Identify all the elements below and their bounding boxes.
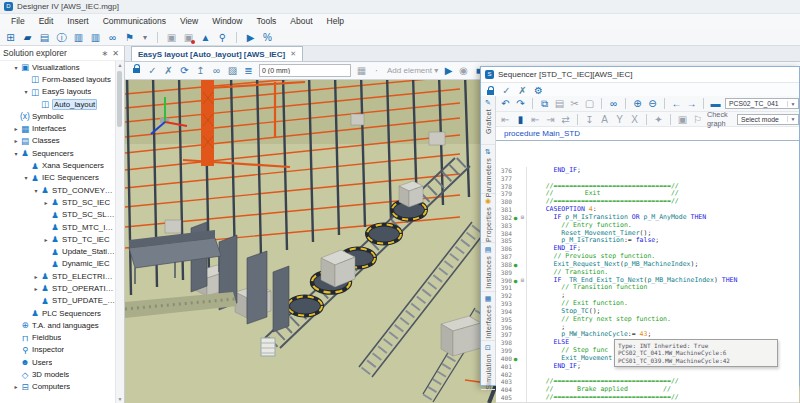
expand-icon[interactable]: ▸ xyxy=(12,125,20,132)
online-icon[interactable]: ▣ xyxy=(166,30,177,45)
breakpoint-gutter[interactable] xyxy=(512,363,519,371)
sidebar-item-computers[interactable]: ▸⊟Computers xyxy=(0,381,116,393)
breakpoint-icon[interactable]: ● xyxy=(512,355,519,363)
line-number[interactable]: 379 xyxy=(496,190,512,198)
scroll-down-icon[interactable]: ▼ xyxy=(116,395,124,403)
sidebar-item-std-operation-pane[interactable]: ▸♟STD_OPERATION_PANE... xyxy=(0,282,116,294)
sidebar-item-xana-sequencers[interactable]: ♟Xana Sequencers xyxy=(0,159,116,171)
tab-properties[interactable]: ◉Properties xyxy=(481,194,495,243)
close-icon[interactable]: ✕ xyxy=(110,49,121,58)
fold-gutter[interactable] xyxy=(519,324,527,332)
fold-gutter[interactable] xyxy=(519,245,527,253)
add-element-button[interactable]: Add element ▾ xyxy=(387,66,438,75)
fold-gutter[interactable] xyxy=(519,339,527,347)
delete-icon[interactable]: ▢ xyxy=(584,96,595,111)
line-number[interactable]: 377 xyxy=(496,175,512,183)
line-number[interactable]: 391 xyxy=(496,284,512,292)
sidebar-item-form-based-layouts[interactable]: ◫Form-based layouts xyxy=(0,73,116,85)
align-a-icon[interactable]: A xyxy=(599,112,610,127)
folder-icon[interactable]: ▮ xyxy=(515,112,526,127)
collapse-icon[interactable]: ▾ xyxy=(22,174,30,181)
fold-gutter[interactable] xyxy=(519,347,527,355)
fold-gutter[interactable] xyxy=(519,167,527,175)
tab-grafcet[interactable]: ✎Grafcet xyxy=(481,96,495,145)
swap-icon[interactable]: ⇄ xyxy=(560,112,571,127)
eye-icon[interactable]: ◉ xyxy=(458,63,469,78)
expand-icon[interactable]: ▸ xyxy=(42,199,50,206)
breakpoint-gutter[interactable] xyxy=(512,324,519,332)
line-number[interactable]: 390 xyxy=(496,277,512,285)
sidebar-item-interfaces[interactable]: ▸▦Interfaces xyxy=(0,122,116,134)
fold-gutter[interactable] xyxy=(519,331,527,339)
sidebar-item-sequencers[interactable]: ▾♟Sequencers xyxy=(0,147,116,159)
sidebar-item-fieldbus[interactable]: ⊓Fieldbus xyxy=(0,332,116,344)
fold-gutter[interactable] xyxy=(519,371,527,379)
block-selector-combo[interactable]: PCS02_TC_041 ▼ xyxy=(725,98,799,109)
tab-interfaces[interactable]: ▦Interfaces xyxy=(481,292,495,341)
find-icon[interactable]: ∞ xyxy=(608,96,619,111)
line-number[interactable]: 392 xyxy=(496,292,512,300)
sidebar-item-std-tc-iec[interactable]: ▸♟STD_TC_IEC xyxy=(0,233,116,245)
fold-gutter[interactable] xyxy=(519,394,527,402)
collapse-icon[interactable]: ▾ xyxy=(22,88,30,95)
nav-back-icon[interactable]: ← xyxy=(671,96,682,111)
flag-icon[interactable]: ⚐ xyxy=(692,112,703,127)
step-first-icon[interactable]: ⇤ xyxy=(500,112,511,127)
scrollbar-thumb[interactable] xyxy=(117,71,122,127)
breakpoint-gutter[interactable] xyxy=(512,386,519,394)
breakpoint-gutter[interactable] xyxy=(512,230,519,238)
expand-icon[interactable]: ▸ xyxy=(32,273,40,280)
layers-icon[interactable]: ≣ xyxy=(243,63,254,78)
breakpoint-gutter[interactable] xyxy=(512,245,519,253)
scroll-up-icon[interactable]: ▲ xyxy=(116,61,124,69)
sidebar-item-easys-layouts[interactable]: ▾◫EasyS layouts xyxy=(0,86,116,98)
line-number[interactable]: 381 xyxy=(496,206,512,214)
breakpoint-gutter[interactable] xyxy=(512,308,519,316)
breakpoint-gutter[interactable] xyxy=(512,300,519,308)
fold-gutter[interactable] xyxy=(519,363,527,371)
check-icon[interactable]: ✓ xyxy=(147,63,158,78)
image-icon[interactable]: ▨ xyxy=(227,63,238,78)
breakpoint-gutter[interactable] xyxy=(512,347,519,355)
fold-gutter[interactable] xyxy=(519,308,527,316)
frame-icon[interactable]: ▣ xyxy=(677,112,688,127)
collapse-icon[interactable]: ▾ xyxy=(12,64,20,71)
branch-y-icon[interactable]: Y xyxy=(614,112,625,127)
sidebar-item-std-electrical-cab[interactable]: ▸♟STD_ELECTRICAL_CABI... xyxy=(0,270,116,282)
line-number[interactable]: 388 xyxy=(496,261,512,269)
sidebar-item-std-sc-iec[interactable]: ▸♟STD_SC_IEC xyxy=(0,196,116,208)
line-number[interactable]: 394 xyxy=(496,308,512,316)
cancel-icon[interactable]: ✗ xyxy=(163,63,174,78)
breakpoint-gutter[interactable] xyxy=(512,198,519,206)
line-number[interactable]: 378 xyxy=(496,183,512,191)
grid-icon[interactable]: ▦ xyxy=(356,63,367,78)
paste-icon[interactable]: ▤ xyxy=(554,96,565,111)
fold-gutter[interactable] xyxy=(519,355,527,363)
breakpoint-gutter[interactable] xyxy=(512,339,519,347)
sidebar-item-visualizations[interactable]: ▾▣Visualizations xyxy=(0,61,116,73)
link-icon[interactable]: ∞ xyxy=(211,63,222,78)
more-dot-icon[interactable]: · xyxy=(371,63,382,78)
expand-icon[interactable]: ▸ xyxy=(12,383,20,390)
line-number[interactable]: 401 xyxy=(496,363,512,371)
monitor-search-icon[interactable]: ⚲ xyxy=(217,30,228,45)
line-number[interactable]: 400 xyxy=(496,355,512,363)
line-number[interactable]: 389 xyxy=(496,269,512,277)
menu-communications[interactable]: Communications xyxy=(96,14,173,29)
fold-gutter[interactable] xyxy=(519,378,527,386)
save-card-icon[interactable]: ▤ xyxy=(39,30,50,45)
window-layout-icon[interactable]: ▥ xyxy=(73,30,84,45)
open-folder-icon[interactable]: ▰ xyxy=(22,30,33,45)
breakpoint-gutter[interactable] xyxy=(512,167,519,175)
tab-parameters[interactable]: ⇅Parameters xyxy=(481,145,495,194)
line-number[interactable]: 396 xyxy=(496,324,512,332)
line-number[interactable]: 404 xyxy=(496,386,512,394)
breakpoint-gutter[interactable] xyxy=(512,394,519,402)
fold-gutter[interactable] xyxy=(519,198,527,206)
line-number[interactable]: 405 xyxy=(496,394,512,402)
fold-gutter[interactable] xyxy=(519,292,527,300)
tab-close-icon[interactable]: ✕ xyxy=(290,50,296,58)
expand-icon[interactable]: ▸ xyxy=(42,236,50,243)
sidebar-item-iec-sequencers[interactable]: ▾♟IEC Sequencers xyxy=(0,172,116,184)
zoom-in-icon[interactable]: ⊕ xyxy=(632,96,643,111)
